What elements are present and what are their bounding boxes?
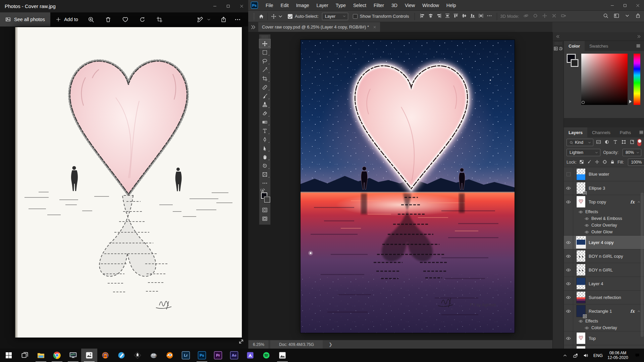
workspace-button[interactable] <box>614 13 619 19</box>
photoshop-minimize-button[interactable] <box>606 0 619 11</box>
menu-filter[interactable]: Filter <box>370 0 388 11</box>
filter-type-button[interactable] <box>613 139 618 145</box>
layer-visibility-toggle[interactable] <box>564 167 573 181</box>
layer-name[interactable]: Top copy <box>589 199 606 204</box>
lock-position-button[interactable] <box>595 160 599 165</box>
color-picker-handle[interactable] <box>582 101 585 104</box>
layer-row[interactable]: Ellipse 3 <box>564 181 644 195</box>
layer-visibility-toggle[interactable] <box>564 291 573 304</box>
taskbar-krita[interactable] <box>113 349 129 362</box>
layer-name[interactable]: BOY n GIRL copy <box>589 254 623 259</box>
photoshop-close-button[interactable] <box>631 0 644 11</box>
show-transform-checkbox[interactable] <box>353 14 358 19</box>
search-button[interactable] <box>603 13 608 19</box>
foreground-background-control[interactable] <box>259 188 270 205</box>
photos-titlebar[interactable]: Photos - Cover raw.jpg <box>0 0 248 12</box>
taskbar-file-explorer[interactable] <box>33 349 49 362</box>
language-indicator[interactable]: ENG <box>591 353 605 358</box>
layer-effect-row[interactable]: Color Overlay <box>564 324 644 331</box>
layer-name[interactable]: BOY n GIRL <box>589 267 613 273</box>
favorite-button[interactable] <box>121 14 129 24</box>
status-expand-chevron[interactable]: ❯ <box>329 342 332 347</box>
chevrons-right-icon[interactable] <box>248 22 258 32</box>
chevron-down-button[interactable] <box>625 13 630 19</box>
layer-row[interactable]: BOY n GIRL copy <box>564 249 644 263</box>
saturation-field[interactable] <box>581 54 628 105</box>
layer-visibility-toggle[interactable] <box>564 331 573 345</box>
layer-row[interactable]: Blue water <box>564 167 644 181</box>
chevron-down-button[interactable] <box>205 14 213 24</box>
effect-visibility-toggle[interactable] <box>579 319 583 323</box>
photos-maximize-button[interactable] <box>221 0 235 12</box>
lock-transparency-button[interactable] <box>579 160 584 165</box>
menu-type[interactable]: Type <box>332 0 350 11</box>
tab-swatches[interactable]: Swatches <box>585 41 613 51</box>
see-all-photos-button[interactable]: See all photos <box>0 12 50 26</box>
layer-row[interactable]: Layer 4 copy <box>564 235 644 249</box>
menu-layer[interactable]: Layer <box>313 0 332 11</box>
photoshop-maximize-button[interactable] <box>619 0 631 11</box>
distribute-v-button[interactable] <box>445 13 450 19</box>
move-tool-icon[interactable] <box>271 14 276 19</box>
share-arrow-button[interactable] <box>635 13 641 19</box>
layer-row[interactable]: Sunset reflection <box>564 290 644 304</box>
auto-select-mode-dropdown[interactable]: Layer <box>322 13 348 20</box>
layer-effect-row[interactable]: Effects <box>564 318 644 324</box>
history-panel-button[interactable] <box>558 46 563 52</box>
taskbar-gimp[interactable] <box>146 349 162 362</box>
share-button[interactable] <box>219 14 227 24</box>
home-icon[interactable] <box>259 14 264 19</box>
chevrons-left-icon[interactable] <box>556 35 560 39</box>
action-center-button[interactable] <box>631 349 644 362</box>
fx-badge[interactable]: fx <box>630 309 635 314</box>
align-top-button[interactable] <box>453 13 459 19</box>
photos-close-button[interactable] <box>235 0 248 12</box>
lock-paint-button[interactable] <box>587 160 592 165</box>
marquee-tool[interactable] <box>259 48 270 57</box>
layer-thumbnail[interactable] <box>577 250 585 262</box>
chevron-up-tray-button[interactable] <box>560 349 570 362</box>
layer-thumbnail[interactable] <box>577 333 585 344</box>
filter-image-button[interactable] <box>596 139 601 145</box>
crop-button[interactable] <box>155 14 163 24</box>
lock-all-button[interactable] <box>610 160 615 165</box>
more-tool[interactable] <box>259 179 270 187</box>
screen-mode-tool[interactable] <box>259 214 270 223</box>
layer-effect-row[interactable]: Effects <box>564 208 644 215</box>
taskbar-chrome[interactable] <box>49 349 65 362</box>
hand-tool[interactable] <box>259 153 270 161</box>
layer-name[interactable]: Layer 4 <box>589 281 603 286</box>
taskbar-gallery[interactable] <box>274 349 290 362</box>
3d-orbit-button[interactable] <box>523 13 529 19</box>
panel-menu-icon[interactable] <box>636 127 644 137</box>
taskbar-clock[interactable]: 08:06 AM 12-05-2020 <box>605 351 631 360</box>
layer-effect-row[interactable]: Bevel & Emboss <box>564 215 644 222</box>
fill-field[interactable]: 100% <box>628 159 644 166</box>
layer-row[interactable]: Rectangle 1fx <box>564 304 644 318</box>
clone-stamp-tool[interactable] <box>259 100 270 109</box>
effect-visibility-toggle[interactable] <box>585 217 589 221</box>
layer-effect-row[interactable]: Color Overlay <box>564 222 644 229</box>
layer-visibility-toggle[interactable] <box>564 195 573 208</box>
rotate-button[interactable] <box>138 14 146 24</box>
taskbar-start[interactable] <box>1 349 17 362</box>
move-tool[interactable] <box>259 39 270 48</box>
taskbar-inkscape[interactable] <box>129 349 146 362</box>
layer-thumbnail[interactable] <box>577 278 585 289</box>
layer-name[interactable]: Ellipse 3 <box>589 186 605 191</box>
photos-minimize-button[interactable] <box>208 0 221 12</box>
layers-scrollbar[interactable] <box>641 193 644 337</box>
panel-background-swatch[interactable] <box>571 59 578 67</box>
taskbar-blender[interactable] <box>162 349 178 362</box>
layer-thumbnail[interactable] <box>577 196 585 207</box>
layer-thumbnail[interactable] <box>577 237 585 248</box>
filter-shape-button[interactable] <box>621 139 626 145</box>
layer-thumbnail[interactable] <box>577 182 585 194</box>
menu-window[interactable]: Window <box>419 0 443 11</box>
filter-adjustment-button[interactable] <box>604 139 609 145</box>
tab-paths[interactable]: Paths <box>615 127 636 137</box>
layer-name[interactable]: Top <box>589 336 596 341</box>
healing-brush-tool[interactable] <box>259 83 270 92</box>
opacity-field[interactable]: 80% <box>623 149 641 156</box>
layer-visibility-toggle[interactable] <box>564 236 573 249</box>
